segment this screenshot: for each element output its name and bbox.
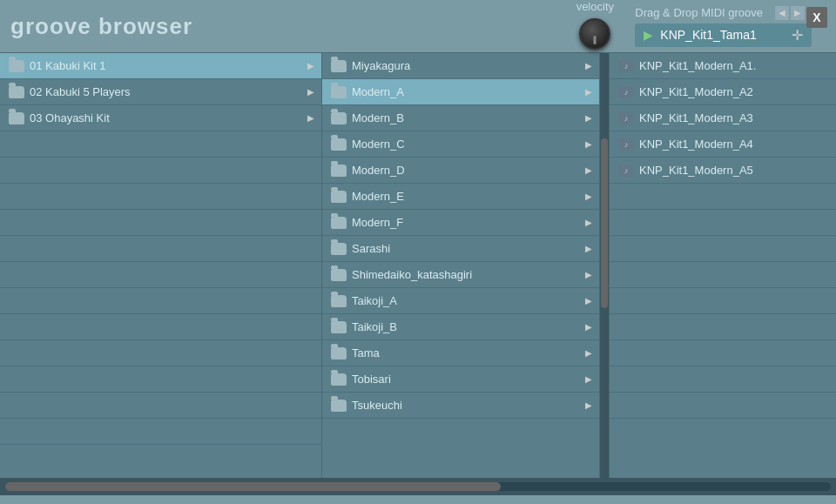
- col2: Miyakagura ▶ Modern_A ▶ Modern_B ▶ Moder…: [322, 53, 600, 478]
- arrow-right-icon: ▶: [585, 192, 592, 201]
- item-label: 01 Kabuki Kit 1: [30, 59, 105, 72]
- arrow-right-icon: ▶: [585, 348, 592, 358]
- drag-drop-label: Drag & Drop MIDI groove: [635, 6, 763, 19]
- list-item[interactable]: Modern_F ▶: [322, 210, 599, 236]
- item-label: Miyakagura: [352, 59, 410, 72]
- empty-row: [0, 393, 321, 419]
- empty-row: [0, 366, 321, 393]
- transport-top: velocity Drag & Drop MIDI groove ◀ ▶ ▶ K…: [576, 0, 812, 53]
- folder-icon: [331, 243, 347, 255]
- music-file-icon: ♪: [618, 86, 634, 98]
- empty-row: [610, 210, 836, 236]
- arrow-right-icon: ▶: [585, 87, 592, 97]
- arrow-right-icon: ▶: [307, 113, 314, 123]
- empty-row: [610, 184, 836, 210]
- empty-row: [0, 419, 321, 445]
- list-item[interactable]: Tsukeuchi ▶: [322, 393, 599, 419]
- empty-row: [610, 262, 836, 288]
- player-bar: ▶ KNP_Kit1_Tama1 ✛: [635, 24, 812, 47]
- col1: 01 Kabuki Kit 1 ▶ 02 Kabuki 5 Players ▶ …: [0, 53, 322, 478]
- list-item[interactable]: 03 Ohayashi Kit ▶: [0, 105, 321, 131]
- empty-row: [0, 288, 321, 314]
- item-label: 02 Kabuki 5 Players: [30, 85, 131, 98]
- list-item[interactable]: Sarashi ▶: [322, 236, 599, 262]
- list-item[interactable]: ♪ KNP_Kit1_Modern_A4: [610, 131, 836, 158]
- arrow-right-icon: ▶: [307, 87, 314, 97]
- move-icon[interactable]: ✛: [792, 27, 803, 44]
- folder-icon: [331, 86, 347, 98]
- item-label: Taikoji_B: [352, 320, 397, 333]
- music-file-icon: ♪: [618, 112, 634, 124]
- next-arrow-button[interactable]: ▶: [791, 6, 805, 20]
- list-item[interactable]: Modern_A ▶: [322, 79, 599, 105]
- item-label: Modern_B: [352, 111, 404, 124]
- folder-icon: [331, 321, 347, 333]
- play-button[interactable]: ▶: [644, 28, 653, 42]
- empty-row: [0, 314, 321, 340]
- vertical-scrollbar[interactable]: [600, 53, 609, 478]
- folder-icon: [331, 400, 347, 412]
- col2-wrapper: Miyakagura ▶ Modern_A ▶ Modern_B ▶ Moder…: [322, 53, 610, 478]
- arrow-right-icon: ▶: [585, 270, 592, 279]
- folder-icon: [331, 165, 347, 177]
- empty-row: [610, 288, 836, 314]
- folder-icon: [9, 60, 24, 72]
- item-label: Modern_D: [352, 164, 405, 177]
- empty-row: [610, 314, 836, 340]
- music-file-icon: ♪: [618, 60, 634, 72]
- close-button[interactable]: X: [806, 7, 827, 28]
- list-item[interactable]: Taikoji_A ▶: [322, 288, 599, 314]
- arrow-right-icon: ▶: [585, 218, 592, 227]
- list-item[interactable]: ♪ KNP_Kit1_Modern_A3: [610, 105, 836, 131]
- list-item[interactable]: Modern_D ▶: [322, 158, 599, 184]
- knob-container: [576, 15, 614, 53]
- folder-icon: [331, 373, 347, 386]
- empty-row: [0, 184, 321, 210]
- list-item[interactable]: Tama ▶: [322, 340, 599, 366]
- transport-arrows: ◀ ▶: [775, 6, 805, 20]
- empty-row: [610, 236, 836, 262]
- folder-icon: [331, 347, 347, 360]
- arrow-right-icon: ▶: [307, 61, 314, 71]
- arrow-right-icon: ▶: [585, 374, 592, 384]
- horizontal-scrollbar-thumb[interactable]: [5, 482, 501, 491]
- music-file-icon: ♪: [618, 165, 634, 177]
- item-label: Shimedaiko_katashagiri: [352, 268, 472, 281]
- arrow-right-icon: ▶: [585, 244, 592, 253]
- arrow-right-icon: ▶: [585, 322, 592, 332]
- empty-row: [610, 393, 836, 419]
- list-item[interactable]: Shimedaiko_katashagiri ▶: [322, 262, 599, 288]
- list-item[interactable]: 01 Kabuki Kit 1 ▶: [0, 53, 321, 79]
- velocity-knob[interactable]: [579, 18, 610, 50]
- horizontal-scrollbar-area: [0, 478, 836, 495]
- list-item[interactable]: Tobisari ▶: [322, 366, 599, 393]
- list-item[interactable]: 02 Kabuki 5 Players ▶: [0, 79, 321, 105]
- horizontal-scrollbar-track[interactable]: [5, 482, 831, 491]
- prev-arrow-button[interactable]: ◀: [775, 6, 789, 20]
- folder-icon: [331, 269, 347, 281]
- list-item[interactable]: Modern_E ▶: [322, 184, 599, 210]
- list-item[interactable]: Taikoji_B ▶: [322, 314, 599, 340]
- empty-row: [0, 236, 321, 262]
- scrollbar-thumb[interactable]: [601, 138, 608, 308]
- folder-icon: [9, 112, 24, 124]
- list-item[interactable]: Miyakagura ▶: [322, 53, 599, 79]
- empty-area: [0, 445, 321, 478]
- item-label: Tobisari: [352, 373, 391, 386]
- velocity-section: velocity: [576, 0, 614, 53]
- header: groove browser velocity Drag & Drop MIDI…: [0, 0, 836, 52]
- item-label: KNP_Kit1_Modern_A4: [639, 138, 753, 151]
- list-item[interactable]: ♪ KNP_Kit1_Modern_A1.: [610, 53, 836, 79]
- item-label: KNP_Kit1_Modern_A2: [639, 85, 753, 98]
- item-label: Tsukeuchi: [352, 399, 402, 412]
- main-container: groove browser velocity Drag & Drop MIDI…: [0, 0, 836, 504]
- empty-row: [0, 131, 321, 158]
- item-label: Taikoji_A: [352, 294, 397, 307]
- list-item[interactable]: ♪ KNP_Kit1_Modern_A5: [610, 158, 836, 184]
- empty-row: [0, 210, 321, 236]
- list-item[interactable]: ♪ KNP_Kit1_Modern_A2: [610, 79, 836, 105]
- list-item[interactable]: Modern_C ▶: [322, 131, 599, 158]
- list-item[interactable]: Modern_B ▶: [322, 105, 599, 131]
- arrow-right-icon: ▶: [585, 165, 592, 175]
- arrow-right-icon: ▶: [585, 296, 592, 306]
